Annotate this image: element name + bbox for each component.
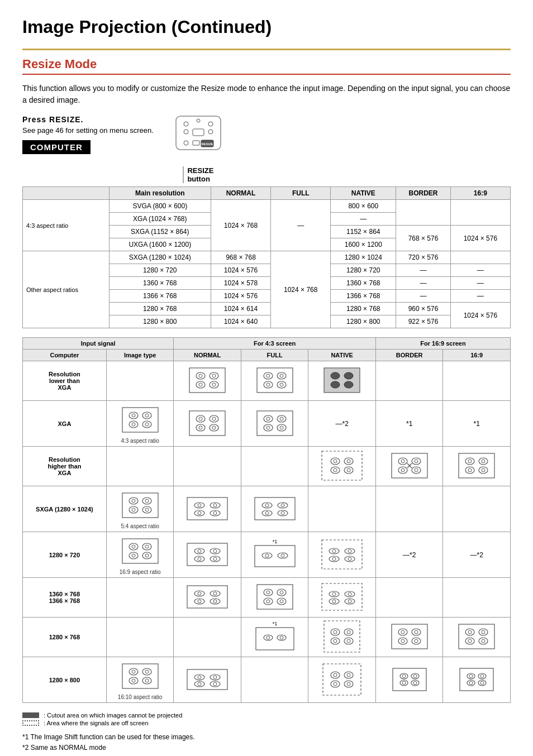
svg-point-140 — [281, 554, 284, 557]
svg-point-4 — [184, 130, 188, 134]
svg-point-53 — [264, 415, 273, 422]
native-cell — [308, 447, 376, 486]
svg-point-38 — [145, 414, 149, 417]
svg-point-130 — [213, 549, 217, 553]
full-cell — [241, 361, 308, 401]
svg-point-47 — [212, 417, 216, 420]
svg-point-241 — [413, 674, 417, 678]
normal-cell — [174, 361, 241, 401]
legend-solid-box — [22, 712, 39, 718]
svg-rect-0 — [176, 116, 221, 150]
svg-point-45 — [210, 415, 218, 422]
col-header-group — [23, 187, 110, 200]
svg-point-35 — [129, 412, 138, 419]
svg-point-98 — [145, 508, 149, 511]
ratio169-cell — [443, 657, 511, 703]
svg-point-111 — [265, 504, 269, 507]
svg-point-229 — [331, 672, 340, 678]
svg-point-88 — [468, 468, 472, 472]
note2: *2 Same as NORMAL mode — [22, 743, 511, 753]
svg-point-175 — [332, 600, 336, 603]
svg-rect-10 — [193, 141, 199, 145]
svg-point-164 — [264, 598, 273, 605]
image-type-cell — [106, 618, 174, 657]
native-cell — [308, 361, 376, 401]
svg-point-121 — [145, 545, 149, 548]
svg-rect-43 — [189, 411, 225, 436]
page-title: Image Projection (Continued) — [22, 11, 511, 37]
full-cell — [241, 447, 308, 486]
svg-point-95 — [129, 506, 138, 513]
svg-point-153 — [198, 592, 201, 595]
remote-control-icon: RESIZE — [170, 115, 226, 165]
svg-point-39 — [129, 421, 138, 428]
svg-point-230 — [344, 672, 353, 678]
svg-point-191 — [347, 639, 350, 643]
svg-rect-183 — [324, 621, 360, 652]
svg-point-254 — [480, 681, 484, 685]
svg-point-203 — [479, 629, 488, 635]
svg-point-67 — [344, 467, 353, 473]
svg-point-40 — [142, 421, 151, 428]
svg-rect-5 — [193, 129, 204, 136]
svg-point-19 — [212, 383, 216, 386]
col-native: NATIVE — [308, 350, 376, 361]
legend-solid-item: : Cutout area on which images cannot be … — [22, 712, 511, 719]
svg-rect-228 — [323, 664, 361, 695]
visual-table-row: Resolution lower than XGA — [23, 361, 511, 401]
ratio169-cell: —*2 — [443, 532, 511, 578]
svg-point-31 — [344, 372, 353, 379]
svg-point-213 — [132, 670, 135, 673]
svg-point-74 — [415, 460, 418, 463]
svg-point-133 — [198, 557, 201, 561]
legend-dotted-item: : Area where the signals are off screen — [22, 720, 511, 726]
group-label-43: 4:3 aspect ratio — [23, 200, 110, 251]
svg-point-172 — [348, 592, 351, 596]
svg-point-160 — [264, 589, 273, 596]
svg-point-16 — [196, 381, 205, 388]
svg-point-193 — [398, 629, 407, 635]
svg-rect-237 — [393, 668, 426, 691]
svg-point-184 — [331, 629, 340, 635]
svg-point-102 — [198, 504, 201, 507]
svg-point-115 — [265, 511, 269, 515]
svg-point-54 — [277, 415, 286, 422]
image-type-cell — [106, 447, 174, 486]
col-full: FULL — [241, 350, 308, 361]
col-input-signal: Input signal — [23, 338, 174, 350]
svg-point-218 — [145, 679, 149, 682]
col-header-169: 16:9 — [450, 187, 510, 200]
svg-point-83 — [479, 458, 488, 465]
svg-point-236 — [347, 682, 350, 686]
svg-point-68 — [334, 468, 337, 472]
border-cell — [375, 578, 443, 618]
svg-point-24 — [280, 374, 283, 377]
svg-rect-52 — [257, 411, 293, 436]
table-row: Other aspect ratios SXGA (1280 × 1024) 9… — [23, 251, 511, 264]
legend-dotted-label: : Area where the signals are off screen — [44, 720, 149, 726]
image-type-cell — [106, 578, 174, 618]
svg-point-202 — [465, 629, 474, 635]
svg-rect-99 — [187, 497, 227, 520]
ratio169-cell — [443, 578, 511, 618]
full-cell — [241, 578, 308, 618]
svg-rect-141 — [322, 540, 362, 569]
svg-point-58 — [277, 424, 286, 431]
legend-solid-label: : Cutout area on which images cannot be … — [44, 712, 182, 719]
svg-point-124 — [132, 554, 135, 557]
computer-cell: 1360 × 768 1366 × 768 — [23, 578, 107, 618]
svg-point-27 — [266, 383, 270, 386]
border-cell — [375, 447, 443, 486]
svg-point-211 — [129, 668, 138, 675]
ratio169-cell — [443, 361, 511, 401]
svg-point-37 — [132, 414, 135, 417]
image-type-cell: 16:10 aspect ratio — [106, 657, 174, 703]
svg-point-78 — [415, 468, 418, 472]
svg-point-123 — [142, 552, 151, 559]
svg-point-195 — [401, 630, 404, 634]
visual-table-row: 1280 × 80016:10 aspect ratio — [23, 657, 511, 703]
svg-point-234 — [344, 681, 353, 687]
svg-point-206 — [465, 638, 474, 644]
svg-point-235 — [334, 682, 337, 686]
computer-cell: Resolution higher than XGA — [23, 447, 107, 486]
